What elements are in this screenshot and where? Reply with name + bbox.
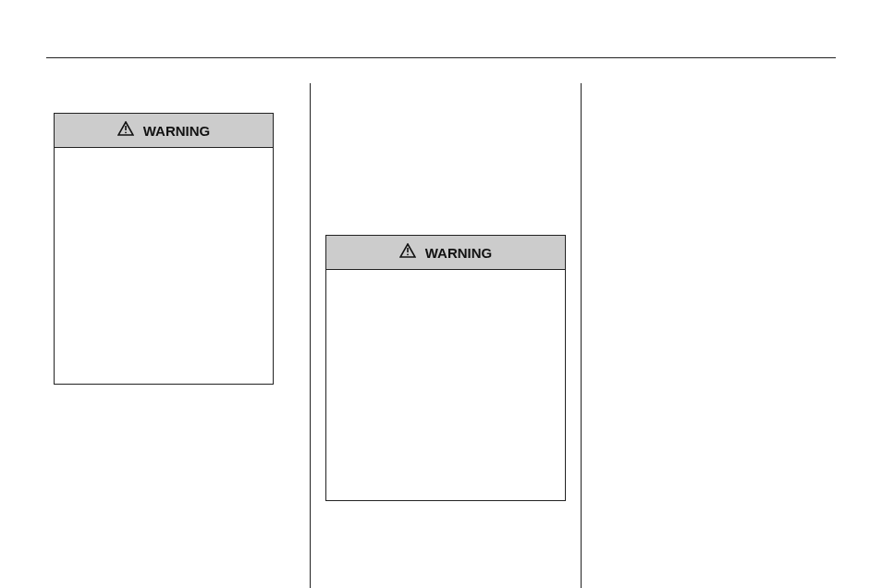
top-rule: [46, 57, 836, 58]
warning-header-b: WARNING: [326, 236, 565, 270]
svg-point-5: [407, 253, 409, 255]
document-page: WARNING WARNING: [0, 0, 882, 588]
column-divider-2: [581, 83, 582, 588]
warning-header-a: WARNING: [55, 114, 273, 148]
warning-body-b: [326, 270, 565, 288]
warning-box-a: WARNING: [54, 113, 274, 385]
warning-box-b: WARNING: [325, 235, 566, 501]
warning-label-a: WARNING: [143, 123, 211, 139]
column-divider-1: [310, 83, 311, 588]
svg-point-2: [125, 131, 127, 133]
warning-triangle-icon: [399, 243, 416, 262]
warning-body-a: [55, 148, 273, 166]
warning-label-b: WARNING: [425, 245, 493, 261]
warning-triangle-icon: [117, 121, 134, 140]
column-area: WARNING WARNING: [46, 83, 836, 588]
